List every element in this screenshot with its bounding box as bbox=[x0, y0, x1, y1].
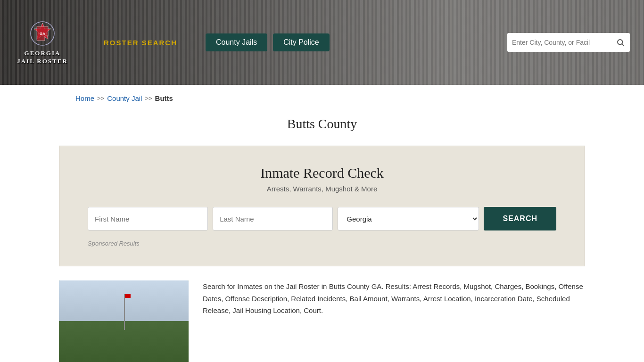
search-icon bbox=[616, 38, 625, 47]
record-check-form: AlabamaAlaskaArizonaArkansasCaliforniaCo… bbox=[88, 207, 556, 230]
roster-search-link[interactable]: ROSTER SEARCH bbox=[104, 39, 177, 47]
record-check-title: Inmate Record Check bbox=[88, 165, 556, 181]
svg-line-5 bbox=[622, 44, 624, 46]
city-police-button[interactable]: City Police bbox=[273, 33, 330, 51]
site-title: GEORGIAJAIL ROSTER bbox=[17, 49, 68, 66]
breadcrumb-sep1: >> bbox=[97, 95, 104, 102]
page-title-section: Butts County bbox=[0, 112, 644, 146]
sponsored-results-label: Sponsored Results bbox=[88, 240, 556, 247]
bottom-section: Search for Inmates on the Jail Roster in… bbox=[0, 266, 644, 362]
breadcrumb-home-link[interactable]: Home bbox=[75, 94, 94, 102]
breadcrumb-sep2: >> bbox=[145, 95, 152, 102]
record-check-subtitle: Arrests, Warrants, Mugshot & More bbox=[88, 185, 556, 193]
svg-point-4 bbox=[618, 40, 623, 45]
breadcrumb-county-jail-link[interactable]: County Jail bbox=[107, 94, 142, 102]
header-search-area bbox=[507, 33, 630, 52]
breadcrumb-section: Home >> County Jail >> Butts bbox=[0, 85, 644, 112]
header-search-button[interactable] bbox=[611, 33, 630, 52]
svg-text:GA: GA bbox=[40, 32, 45, 36]
nav-buttons-group: County Jails City Police bbox=[206, 33, 330, 51]
county-description: Search for Inmates on the Jail Roster in… bbox=[203, 280, 585, 317]
county-image bbox=[59, 280, 189, 362]
flag-icon bbox=[124, 294, 125, 330]
last-name-input[interactable] bbox=[213, 207, 333, 230]
header-search-input[interactable] bbox=[507, 33, 611, 52]
first-name-input[interactable] bbox=[88, 207, 208, 230]
breadcrumb: Home >> County Jail >> Butts bbox=[75, 94, 569, 102]
georgia-state-seal-icon: GA bbox=[28, 19, 57, 48]
page-title: Butts County bbox=[0, 116, 644, 132]
main-nav: ROSTER SEARCH County Jails City Police bbox=[85, 33, 493, 51]
county-jails-button[interactable]: County Jails bbox=[206, 33, 267, 51]
site-logo: GA GEORGIAJAIL ROSTER bbox=[14, 19, 71, 66]
record-check-section: Inmate Record Check Arrests, Warrants, M… bbox=[59, 146, 585, 266]
site-header: GA GEORGIAJAIL ROSTER ROSTER SEARCH Coun… bbox=[0, 0, 644, 85]
record-check-search-button[interactable]: SEARCH bbox=[484, 207, 556, 230]
breadcrumb-current: Butts bbox=[155, 94, 173, 102]
state-select[interactable]: AlabamaAlaskaArizonaArkansasCaliforniaCo… bbox=[338, 207, 479, 230]
